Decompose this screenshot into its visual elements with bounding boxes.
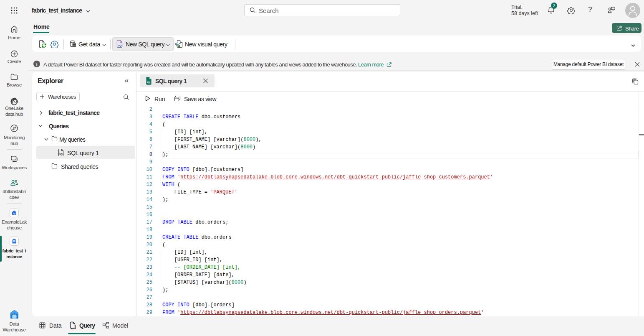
- svg-text:SQL: SQL: [59, 153, 64, 155]
- svg-text:SQL: SQL: [118, 44, 123, 47]
- svg-text:SQL: SQL: [146, 81, 151, 84]
